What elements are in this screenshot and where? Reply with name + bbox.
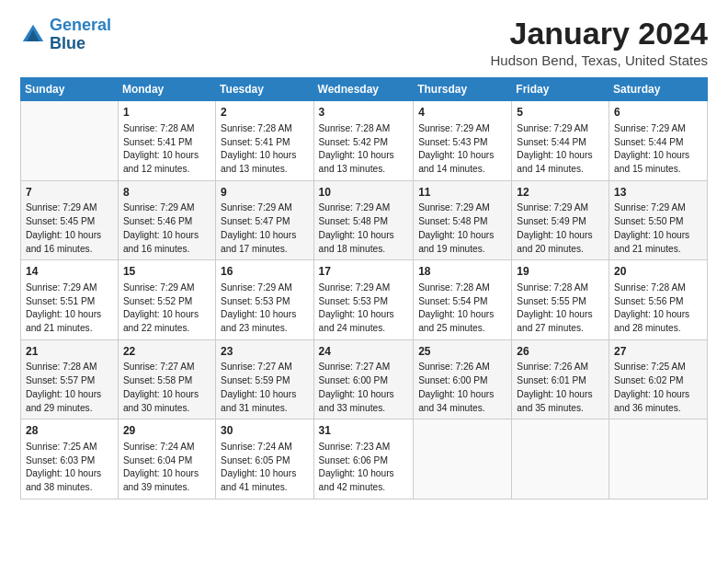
calendar-cell: 18Sunrise: 7:28 AMSunset: 5:54 PMDayligh… <box>414 260 512 340</box>
logo-text: General Blue <box>50 17 111 53</box>
sunset-text: Sunset: 6:03 PM <box>26 455 95 465</box>
header-day-friday: Friday <box>512 78 609 101</box>
sunrise-text: Sunrise: 7:25 AM <box>26 442 97 452</box>
daylight-text: Daylight: 10 hours and 20 minutes. <box>517 230 592 254</box>
day-number: 2 <box>221 105 308 121</box>
sunrise-text: Sunrise: 7:28 AM <box>221 123 292 133</box>
daylight-text: Daylight: 10 hours and 41 minutes. <box>221 468 296 492</box>
day-number: 4 <box>418 105 506 121</box>
calendar-cell: 7Sunrise: 7:29 AMSunset: 5:45 PMDaylight… <box>21 180 119 260</box>
sunrise-text: Sunrise: 7:28 AM <box>418 282 490 293</box>
sunrise-text: Sunrise: 7:28 AM <box>123 123 195 133</box>
sunset-text: Sunset: 5:53 PM <box>319 296 388 306</box>
day-number: 21 <box>26 344 113 360</box>
daylight-text: Daylight: 10 hours and 35 minutes. <box>517 389 592 413</box>
calendar-week-4: 21Sunrise: 7:28 AMSunset: 5:57 PMDayligh… <box>21 339 708 419</box>
daylight-text: Daylight: 10 hours and 16 minutes. <box>123 230 199 254</box>
calendar-week-2: 7Sunrise: 7:29 AMSunset: 5:45 PMDaylight… <box>21 180 708 260</box>
day-number: 7 <box>26 185 113 201</box>
sunset-text: Sunset: 5:43 PM <box>418 137 487 147</box>
sunrise-text: Sunrise: 7:29 AM <box>614 202 686 213</box>
calendar-cell: 13Sunrise: 7:29 AMSunset: 5:50 PMDayligh… <box>609 180 708 260</box>
daylight-text: Daylight: 10 hours and 28 minutes. <box>614 309 689 333</box>
day-number: 15 <box>123 264 210 280</box>
calendar-week-1: 1Sunrise: 7:28 AMSunset: 5:41 PMDaylight… <box>21 101 708 181</box>
daylight-text: Daylight: 10 hours and 33 minutes. <box>319 389 394 413</box>
calendar-cell: 16Sunrise: 7:29 AMSunset: 5:53 PMDayligh… <box>216 260 313 340</box>
day-number: 11 <box>418 185 506 201</box>
sunset-text: Sunset: 5:58 PM <box>123 375 192 385</box>
daylight-text: Daylight: 10 hours and 15 minutes. <box>614 150 689 174</box>
calendar-cell: 30Sunrise: 7:24 AMSunset: 6:05 PMDayligh… <box>216 419 313 500</box>
daylight-text: Daylight: 10 hours and 19 minutes. <box>418 230 494 254</box>
daylight-text: Daylight: 10 hours and 18 minutes. <box>319 230 394 254</box>
daylight-text: Daylight: 10 hours and 16 minutes. <box>26 230 101 254</box>
calendar-cell: 21Sunrise: 7:28 AMSunset: 5:57 PMDayligh… <box>21 339 119 419</box>
sunset-text: Sunset: 5:44 PM <box>614 137 683 147</box>
sunset-text: Sunset: 5:51 PM <box>26 296 95 306</box>
sunset-text: Sunset: 6:05 PM <box>221 455 290 465</box>
daylight-text: Daylight: 10 hours and 38 minutes. <box>26 468 101 492</box>
day-number: 26 <box>517 344 604 360</box>
calendar-cell: 20Sunrise: 7:28 AMSunset: 5:56 PMDayligh… <box>609 260 708 340</box>
daylight-text: Daylight: 10 hours and 25 minutes. <box>418 309 494 333</box>
sunset-text: Sunset: 5:57 PM <box>26 375 95 385</box>
sunset-text: Sunset: 5:45 PM <box>26 216 95 226</box>
day-number: 14 <box>26 264 113 280</box>
daylight-text: Daylight: 10 hours and 17 minutes. <box>221 230 296 254</box>
calendar-cell: 8Sunrise: 7:29 AMSunset: 5:46 PMDaylight… <box>118 180 215 260</box>
calendar-cell: 26Sunrise: 7:26 AMSunset: 6:01 PMDayligh… <box>512 339 609 419</box>
day-number: 10 <box>319 185 409 201</box>
calendar-cell: 3Sunrise: 7:28 AMSunset: 5:42 PMDaylight… <box>313 101 414 181</box>
header-day-sunday: Sunday <box>21 78 119 101</box>
calendar-cell: 25Sunrise: 7:26 AMSunset: 6:00 PMDayligh… <box>414 339 512 419</box>
calendar-cell: 23Sunrise: 7:27 AMSunset: 5:59 PMDayligh… <box>216 339 313 419</box>
daylight-text: Daylight: 10 hours and 42 minutes. <box>319 468 394 492</box>
sunrise-text: Sunrise: 7:24 AM <box>221 442 292 452</box>
calendar-cell: 22Sunrise: 7:27 AMSunset: 5:58 PMDayligh… <box>118 339 215 419</box>
day-number: 29 <box>123 423 210 439</box>
sunrise-text: Sunrise: 7:24 AM <box>123 442 195 452</box>
day-number: 31 <box>319 423 409 439</box>
daylight-text: Daylight: 10 hours and 22 minutes. <box>123 309 199 333</box>
calendar-cell: 27Sunrise: 7:25 AMSunset: 6:02 PMDayligh… <box>609 339 708 419</box>
sunrise-text: Sunrise: 7:26 AM <box>418 362 490 372</box>
daylight-text: Daylight: 10 hours and 36 minutes. <box>614 389 689 413</box>
daylight-text: Daylight: 10 hours and 31 minutes. <box>221 389 296 413</box>
day-number: 25 <box>418 344 506 360</box>
header: General Blue January 2024 Hudson Bend, T… <box>20 17 708 68</box>
daylight-text: Daylight: 10 hours and 21 minutes. <box>614 230 689 254</box>
sunset-text: Sunset: 5:48 PM <box>319 216 388 226</box>
page: General Blue January 2024 Hudson Bend, T… <box>0 0 728 509</box>
sunset-text: Sunset: 6:00 PM <box>418 375 487 385</box>
calendar-cell <box>414 419 512 500</box>
day-number: 12 <box>517 185 604 201</box>
daylight-text: Daylight: 10 hours and 14 minutes. <box>418 150 494 174</box>
sunset-text: Sunset: 6:02 PM <box>614 375 683 385</box>
sunrise-text: Sunrise: 7:29 AM <box>517 123 588 133</box>
day-number: 3 <box>319 105 409 121</box>
calendar-cell: 24Sunrise: 7:27 AMSunset: 6:00 PMDayligh… <box>313 339 414 419</box>
header-day-saturday: Saturday <box>609 78 708 101</box>
calendar-cell: 4Sunrise: 7:29 AMSunset: 5:43 PMDaylight… <box>414 101 512 181</box>
day-number: 13 <box>614 185 702 201</box>
day-number: 9 <box>221 185 308 201</box>
day-number: 23 <box>221 344 308 360</box>
day-number: 27 <box>614 344 702 360</box>
day-number: 16 <box>221 264 308 280</box>
daylight-text: Daylight: 10 hours and 30 minutes. <box>123 389 199 413</box>
sunset-text: Sunset: 5:50 PM <box>614 216 683 226</box>
calendar-cell: 14Sunrise: 7:29 AMSunset: 5:51 PMDayligh… <box>21 260 119 340</box>
sunset-text: Sunset: 5:41 PM <box>221 137 290 147</box>
day-number: 22 <box>123 344 210 360</box>
sunrise-text: Sunrise: 7:29 AM <box>418 123 490 133</box>
sunrise-text: Sunrise: 7:29 AM <box>26 282 97 293</box>
sunset-text: Sunset: 6:06 PM <box>319 455 388 465</box>
day-number: 30 <box>221 423 308 439</box>
sunrise-text: Sunrise: 7:29 AM <box>123 282 195 293</box>
header-day-thursday: Thursday <box>414 78 512 101</box>
sunrise-text: Sunrise: 7:27 AM <box>221 362 292 372</box>
sunrise-text: Sunrise: 7:29 AM <box>517 202 588 213</box>
calendar-cell: 1Sunrise: 7:28 AMSunset: 5:41 PMDaylight… <box>118 101 215 181</box>
sunrise-text: Sunrise: 7:29 AM <box>418 202 490 213</box>
